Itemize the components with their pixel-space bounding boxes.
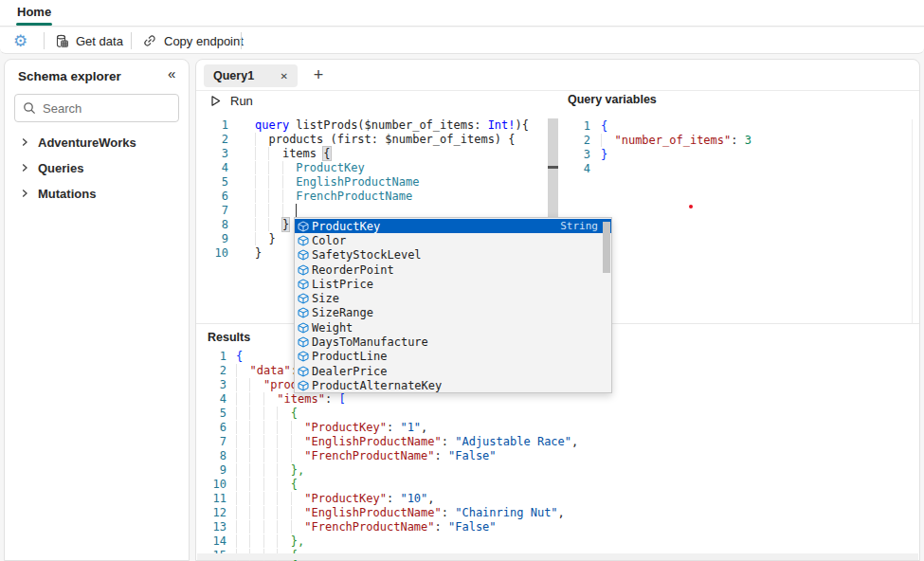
code-line: 10 {	[196, 478, 578, 492]
sidebar-item-queries[interactable]: Queries	[5, 155, 190, 180]
line-number: 7	[196, 435, 226, 449]
line-number: 13	[196, 520, 226, 534]
line-number: 12	[196, 506, 226, 520]
suggest-item-size[interactable]: Size	[295, 291, 611, 305]
link-icon	[142, 33, 157, 48]
query-variables-title: Query variables	[568, 93, 657, 106]
field-cube-icon	[298, 293, 309, 304]
collapse-sidebar-icon[interactable]: «	[168, 65, 175, 81]
settings-button[interactable]: ⚙	[13, 27, 27, 54]
suggest-item-reorderpoint[interactable]: ReorderPoint	[295, 262, 611, 277]
chevron-right-icon	[20, 189, 29, 198]
add-query-tab-button[interactable]: +	[307, 63, 330, 86]
code-line: 3}	[560, 148, 752, 162]
tree-item-label: Queries	[38, 161, 83, 175]
line-number: 3	[196, 147, 228, 161]
code-line: 9 },	[196, 463, 578, 478]
suggest-item-label: SizeRange	[312, 306, 373, 319]
close-tab-icon[interactable]: ✕	[281, 71, 288, 81]
suggest-item-label: DaysToManufacture	[312, 335, 428, 349]
search-input[interactable]	[43, 101, 156, 116]
query-workspace-panel: Query1 ✕ + Run 1query listProds($number_…	[195, 59, 920, 561]
line-number: 4	[196, 161, 228, 175]
copy-endpoint-button[interactable]: Copy endpoint	[142, 27, 244, 54]
suggest-item-label: Color	[312, 234, 346, 247]
schema-search-box[interactable]	[14, 94, 179, 122]
suggest-item-label: DealerPrice	[312, 365, 387, 378]
code-line: 8 "FrenchProductName": "False"	[196, 449, 578, 463]
suggest-item-productalternatekey[interactable]: ProductAlternateKey	[295, 378, 611, 392]
code-line: 4 ProductKey	[196, 161, 529, 175]
tab-query1[interactable]: Query1 ✕	[204, 64, 298, 87]
line-number: 11	[196, 492, 226, 506]
line-number: 5	[196, 175, 228, 190]
suggest-item-dealerprice[interactable]: DealerPrice	[295, 364, 611, 378]
code-line: 1{	[560, 119, 752, 134]
copy-endpoint-label: Copy endpoint	[164, 34, 244, 48]
play-icon	[209, 95, 222, 107]
sidebar-item-mutations[interactable]: Mutations	[5, 181, 190, 206]
get-data-button[interactable]: Get data	[55, 27, 123, 54]
line-number: 6	[196, 421, 226, 435]
results-horizontal-scrollbar[interactable]	[197, 553, 918, 560]
suggest-item-color[interactable]: Color	[295, 233, 611, 247]
line-number: 1	[560, 119, 590, 134]
line-number: 5	[196, 407, 226, 421]
field-cube-icon	[298, 264, 309, 276]
suggest-item-listprice[interactable]: ListPrice	[295, 277, 611, 291]
line-number: 2	[196, 364, 226, 378]
ribbon-toolbar: ⚙ Get data	[0, 27, 924, 54]
top-tab-bar: Home	[0, 0, 924, 27]
suggest-item-label: ReorderPoint	[312, 263, 394, 277]
code-line: 6 "ProductKey": "1",	[196, 421, 578, 435]
suggest-item-productline[interactable]: ProductLine	[295, 350, 611, 364]
sidebar-item-adventureworks[interactable]: AdventureWorks	[5, 130, 190, 154]
field-cube-icon	[298, 307, 309, 318]
field-cube-icon	[298, 249, 309, 261]
suggest-item-safetystocklevel[interactable]: SafetyStockLevel	[295, 248, 611, 262]
active-tab-underline	[16, 23, 52, 26]
code-line: 4	[560, 162, 752, 176]
chevron-right-icon	[20, 137, 29, 147]
toolbar-divider	[131, 32, 132, 49]
suggest-item-type: String	[560, 220, 598, 232]
line-number: 4	[196, 392, 226, 407]
suggest-item-sizerange[interactable]: SizeRange	[295, 306, 611, 320]
suggest-item-daystomanufacture[interactable]: DaysToManufacture	[295, 335, 611, 349]
tab-home[interactable]: Home	[17, 5, 51, 19]
variables-editor-edge	[912, 119, 913, 323]
schema-explorer-panel: Schema explorer « AdventureWorks Queries	[4, 59, 190, 561]
tree-item-label: AdventureWorks	[38, 136, 136, 150]
run-button[interactable]: Run	[209, 94, 253, 108]
line-number: 9	[196, 232, 228, 246]
suggest-item-label: Size	[312, 292, 339, 305]
suggest-item-label: Weight	[312, 321, 353, 335]
line-number: 2	[196, 133, 228, 147]
line-number: 8	[196, 449, 226, 463]
line-number: 3	[196, 378, 226, 392]
code-line: 7	[196, 204, 529, 218]
code-line: 11 "ProductKey": "10",	[196, 492, 578, 506]
field-cube-icon	[298, 279, 309, 290]
suggest-item-productkey[interactable]: ProductKeyString	[295, 219, 611, 233]
suggest-item-label: ProductAlternateKey	[312, 379, 442, 392]
line-number: 4	[560, 162, 590, 176]
error-marker-dot	[689, 205, 693, 208]
field-cube-icon	[298, 322, 309, 334]
text-cursor	[296, 204, 297, 217]
line-number: 10	[196, 246, 228, 261]
field-cube-icon	[298, 221, 309, 232]
code-line: 12 "EnglishProductName": "Chainring Nut"…	[196, 506, 578, 520]
query-variables-editor[interactable]: 1{2 "number_of_items": 33}4	[560, 119, 752, 176]
gear-icon: ⚙	[13, 33, 27, 49]
app-root: Home ⚙ Get data	[0, 0, 924, 561]
suggest-item-label: ProductLine	[312, 350, 387, 363]
tab-row-divider	[196, 90, 919, 91]
tree-item-label: Mutations	[38, 187, 96, 201]
line-number: 9	[196, 463, 226, 478]
line-number: 1	[196, 118, 228, 133]
suggest-scrollbar[interactable]	[603, 222, 610, 273]
suggest-item-weight[interactable]: Weight	[295, 320, 611, 335]
search-icon	[23, 101, 36, 115]
suggest-item-label: SafetyStockLevel	[312, 248, 422, 262]
